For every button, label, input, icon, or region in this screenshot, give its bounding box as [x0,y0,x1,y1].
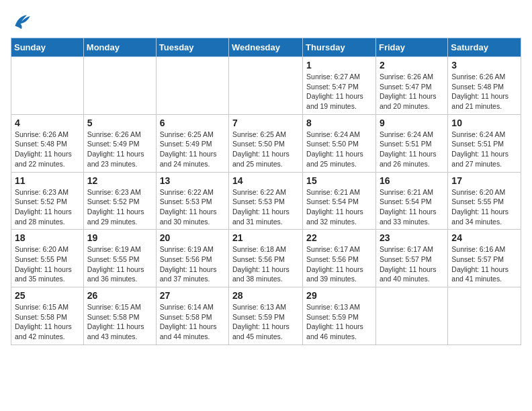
day-info: Sunrise: 6:14 AM Sunset: 5:58 PM Dayligh… [160,302,225,342]
day-number: 22 [306,232,372,243]
day-number: 2 [380,60,444,71]
day-info: Sunrise: 6:24 AM Sunset: 5:50 PM Dayligh… [306,130,372,169]
calendar-cell: 21Sunrise: 6:18 AM Sunset: 5:56 PM Dayli… [229,230,303,287]
day-info: Sunrise: 6:19 AM Sunset: 5:55 PM Dayligh… [87,244,152,284]
day-number: 12 [87,175,152,186]
calendar-cell: 26Sunrise: 6:15 AM Sunset: 5:58 PM Dayli… [83,287,156,345]
calendar-cell [448,287,521,345]
calendar-cell [83,57,156,115]
day-number: 7 [232,118,299,128]
calendar-cell: 12Sunrise: 6:23 AM Sunset: 5:52 PM Dayli… [83,172,156,230]
day-number: 25 [15,290,80,301]
day-number: 17 [451,175,517,186]
calendar-cell: 11Sunrise: 6:23 AM Sunset: 5:52 PM Dayli… [11,172,84,230]
day-number: 28 [232,290,299,301]
day-info: Sunrise: 6:19 AM Sunset: 5:56 PM Dayligh… [160,244,225,284]
calendar-cell: 19Sunrise: 6:19 AM Sunset: 5:55 PM Dayli… [83,230,156,287]
day-info: Sunrise: 6:24 AM Sunset: 5:51 PM Dayligh… [451,130,517,169]
calendar-cell: 1Sunrise: 6:27 AM Sunset: 5:47 PM Daylig… [303,57,376,115]
day-number: 3 [451,60,517,71]
day-info: Sunrise: 6:17 AM Sunset: 5:57 PM Dayligh… [380,244,444,284]
calendar-cell: 24Sunrise: 6:16 AM Sunset: 5:57 PM Dayli… [448,230,521,287]
logo [11,11,35,32]
calendar-week-row: 11Sunrise: 6:23 AM Sunset: 5:52 PM Dayli… [11,172,521,230]
day-number: 29 [306,290,372,301]
day-header: Sunday [11,38,84,57]
day-info: Sunrise: 6:16 AM Sunset: 5:57 PM Dayligh… [451,244,517,284]
calendar-cell [375,287,447,345]
day-info: Sunrise: 6:13 AM Sunset: 5:59 PM Dayligh… [232,302,299,342]
calendar-cell: 4Sunrise: 6:26 AM Sunset: 5:48 PM Daylig… [11,114,84,172]
day-info: Sunrise: 6:26 AM Sunset: 5:48 PM Dayligh… [15,130,80,169]
calendar-cell: 20Sunrise: 6:19 AM Sunset: 5:56 PM Dayli… [156,230,228,287]
day-info: Sunrise: 6:15 AM Sunset: 5:58 PM Dayligh… [15,302,80,342]
calendar-cell [11,57,84,115]
calendar-cell: 2Sunrise: 6:26 AM Sunset: 5:47 PM Daylig… [375,57,447,115]
day-number: 5 [87,118,152,128]
day-header: Thursday [303,38,376,57]
day-info: Sunrise: 6:17 AM Sunset: 5:56 PM Dayligh… [306,244,372,284]
calendar-cell: 23Sunrise: 6:17 AM Sunset: 5:57 PM Dayli… [375,230,447,287]
calendar-cell: 8Sunrise: 6:24 AM Sunset: 5:50 PM Daylig… [303,114,376,172]
day-number: 23 [380,232,444,243]
day-number: 11 [15,175,80,186]
day-number: 26 [87,290,152,301]
calendar-cell: 16Sunrise: 6:21 AM Sunset: 5:54 PM Dayli… [375,172,447,230]
day-number: 10 [451,118,517,128]
day-info: Sunrise: 6:25 AM Sunset: 5:49 PM Dayligh… [160,130,225,169]
calendar-cell: 27Sunrise: 6:14 AM Sunset: 5:58 PM Dayli… [156,287,228,345]
day-header: Monday [83,38,156,57]
calendar-week-row: 18Sunrise: 6:20 AM Sunset: 5:55 PM Dayli… [11,230,521,287]
day-header: Tuesday [156,38,228,57]
calendar-table: SundayMondayTuesdayWednesdayThursdayFrid… [11,38,521,345]
calendar-cell: 17Sunrise: 6:20 AM Sunset: 5:55 PM Dayli… [448,172,521,230]
day-number: 15 [306,175,372,186]
calendar-cell: 25Sunrise: 6:15 AM Sunset: 5:58 PM Dayli… [11,287,84,345]
calendar-week-row: 4Sunrise: 6:26 AM Sunset: 5:48 PM Daylig… [11,114,521,172]
header [11,11,521,32]
day-info: Sunrise: 6:15 AM Sunset: 5:58 PM Dayligh… [87,302,152,342]
day-info: Sunrise: 6:18 AM Sunset: 5:56 PM Dayligh… [232,244,299,284]
calendar-cell: 18Sunrise: 6:20 AM Sunset: 5:55 PM Dayli… [11,230,84,287]
calendar-cell: 22Sunrise: 6:17 AM Sunset: 5:56 PM Dayli… [303,230,376,287]
day-info: Sunrise: 6:21 AM Sunset: 5:54 PM Dayligh… [380,187,444,227]
day-number: 21 [232,232,299,243]
day-info: Sunrise: 6:26 AM Sunset: 5:47 PM Dayligh… [380,72,444,111]
calendar-cell: 6Sunrise: 6:25 AM Sunset: 5:49 PM Daylig… [156,114,228,172]
day-number: 4 [15,118,80,128]
day-number: 9 [380,118,444,128]
day-number: 6 [160,118,225,128]
day-header: Saturday [448,38,521,57]
calendar-cell [229,57,303,115]
calendar-week-row: 1Sunrise: 6:27 AM Sunset: 5:47 PM Daylig… [11,57,521,115]
day-number: 1 [306,60,372,71]
calendar-cell: 14Sunrise: 6:22 AM Sunset: 5:53 PM Dayli… [229,172,303,230]
calendar-header-row: SundayMondayTuesdayWednesdayThursdayFrid… [11,38,521,57]
day-info: Sunrise: 6:20 AM Sunset: 5:55 PM Dayligh… [451,187,517,227]
day-number: 19 [87,232,152,243]
day-info: Sunrise: 6:24 AM Sunset: 5:51 PM Dayligh… [380,130,444,169]
calendar-cell: 9Sunrise: 6:24 AM Sunset: 5:51 PM Daylig… [375,114,447,172]
day-info: Sunrise: 6:22 AM Sunset: 5:53 PM Dayligh… [232,187,299,227]
day-number: 8 [306,118,372,128]
day-header: Wednesday [229,38,303,57]
calendar-body: 1Sunrise: 6:27 AM Sunset: 5:47 PM Daylig… [11,57,521,345]
day-number: 24 [451,232,517,243]
calendar-cell [156,57,228,115]
day-info: Sunrise: 6:23 AM Sunset: 5:52 PM Dayligh… [15,187,80,227]
day-number: 13 [160,175,225,186]
calendar-cell: 29Sunrise: 6:13 AM Sunset: 5:59 PM Dayli… [303,287,376,345]
day-info: Sunrise: 6:26 AM Sunset: 5:48 PM Dayligh… [451,72,517,111]
day-number: 16 [380,175,444,186]
logo-bird-icon [11,11,32,32]
calendar-cell: 15Sunrise: 6:21 AM Sunset: 5:54 PM Dayli… [303,172,376,230]
calendar-week-row: 25Sunrise: 6:15 AM Sunset: 5:58 PM Dayli… [11,287,521,345]
day-info: Sunrise: 6:23 AM Sunset: 5:52 PM Dayligh… [87,187,152,227]
day-info: Sunrise: 6:20 AM Sunset: 5:55 PM Dayligh… [15,244,80,284]
day-info: Sunrise: 6:22 AM Sunset: 5:53 PM Dayligh… [160,187,225,227]
calendar-cell: 13Sunrise: 6:22 AM Sunset: 5:53 PM Dayli… [156,172,228,230]
day-info: Sunrise: 6:21 AM Sunset: 5:54 PM Dayligh… [306,187,372,227]
calendar-cell: 5Sunrise: 6:26 AM Sunset: 5:49 PM Daylig… [83,114,156,172]
day-number: 18 [15,232,80,243]
day-header: Friday [375,38,447,57]
